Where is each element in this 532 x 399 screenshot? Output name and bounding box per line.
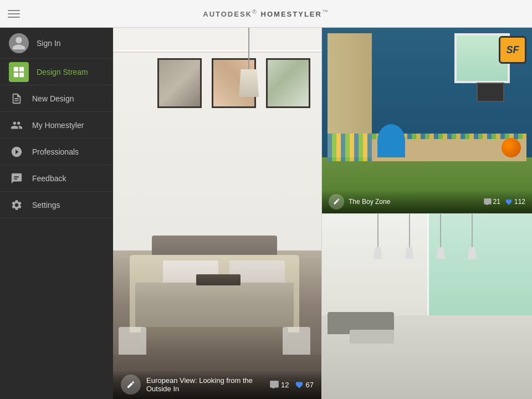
hamburger-menu[interactable] xyxy=(8,10,20,18)
title-superscript: ® xyxy=(252,8,258,15)
boyzone-scene: SF xyxy=(322,28,532,213)
living-pendant-1 xyxy=(377,214,378,247)
sidebar-item-my-homestyler[interactable]: My Homestyler xyxy=(0,112,113,139)
svg-rect-2 xyxy=(14,72,18,76)
pendant-shade xyxy=(239,69,259,97)
bz-monitor xyxy=(477,83,504,102)
right-top-like-count: 112 xyxy=(514,198,525,206)
sf-logo: SF xyxy=(499,36,526,64)
wall-molding xyxy=(113,50,321,52)
right-top-comment-count: 21 xyxy=(493,198,500,206)
heart-icon-sm xyxy=(505,198,513,205)
living-pendant-shade-3 xyxy=(436,247,445,259)
new-design-icon-wrap xyxy=(9,91,24,106)
feedback-icon-wrap xyxy=(9,171,24,186)
comment-icon-sm xyxy=(484,198,492,205)
app-title: AUTODESK® HOMESTYLER™ xyxy=(203,8,329,18)
living-pendant-4 xyxy=(472,214,473,247)
settings-icon-wrap xyxy=(9,197,24,213)
svg-rect-3 xyxy=(19,72,24,76)
design-stream-icon-bg xyxy=(9,62,29,82)
new-design-icon xyxy=(11,93,23,105)
left-like-count: 67 xyxy=(306,381,314,389)
sidebar-item-feedback[interactable]: Feedback xyxy=(0,165,113,192)
right-top-overlay: The Boy Zone 21 112 xyxy=(322,190,532,213)
my-homestyler-icon-wrap xyxy=(9,117,24,133)
pendant-cord xyxy=(248,28,249,72)
bed-tray xyxy=(196,274,241,285)
left-like-stat: 67 xyxy=(295,381,314,389)
professionals-icon xyxy=(11,146,23,158)
my-homestyler-icon xyxy=(11,119,23,131)
left-comment-stat: 12 xyxy=(270,381,289,389)
art-frame-3 xyxy=(266,58,310,108)
right-top-edit-button[interactable] xyxy=(329,194,344,209)
main-content: European View: Looking from the Outside … xyxy=(113,28,532,399)
left-panel-title: European View: Looking from the Outside … xyxy=(146,376,264,393)
bz-basketball xyxy=(502,138,521,157)
living-table xyxy=(350,330,394,344)
living-pendant-shade-1 xyxy=(374,247,382,259)
sidebar-item-professionals[interactable]: Professionals xyxy=(0,139,113,165)
edit-icon xyxy=(126,380,135,389)
title-tm: ™ xyxy=(322,8,329,15)
art-frames xyxy=(157,58,310,108)
sidebar-item-settings[interactable]: Settings xyxy=(0,192,113,218)
living-pendant-shade-4 xyxy=(468,247,477,259)
left-comment-count: 12 xyxy=(281,381,289,389)
sidebar: Sign In Design Stream New Design My Home… xyxy=(0,28,113,399)
comment-icon xyxy=(270,381,279,388)
settings-label: Settings xyxy=(32,201,60,209)
left-panel-stats: 12 67 xyxy=(270,381,314,389)
sidebar-item-new-design[interactable]: New Design xyxy=(0,85,113,112)
professionals-label: Professionals xyxy=(32,147,79,156)
right-panels: SF The Boy Zone xyxy=(321,28,532,399)
living-scene xyxy=(322,214,532,400)
svg-rect-0 xyxy=(14,66,18,71)
sign-in-label: Sign In xyxy=(37,39,61,48)
feedback-label: Feedback xyxy=(32,174,66,183)
design-stream-label: Design Stream xyxy=(37,68,88,76)
right-top-stats: 21 112 xyxy=(484,198,525,206)
living-pendant-3 xyxy=(440,214,441,247)
left-edit-button[interactable] xyxy=(121,375,141,395)
left-panel[interactable]: European View: Looking from the Outside … xyxy=(113,28,321,399)
right-top-like-stat: 112 xyxy=(505,198,525,206)
new-design-label: New Design xyxy=(32,94,74,103)
title-brand: HOMESTYLER xyxy=(261,11,322,19)
settings-icon xyxy=(11,199,23,211)
bedroom-scene xyxy=(113,28,321,399)
professionals-icon-wrap xyxy=(9,144,24,160)
bed-frame xyxy=(141,327,288,355)
heart-icon xyxy=(295,381,304,388)
grid-icon xyxy=(13,66,25,78)
left-panel-overlay: European View: Looking from the Outside … xyxy=(113,370,321,399)
app-header: AUTODESK® HOMESTYLER™ xyxy=(0,0,532,28)
bz-chair xyxy=(377,124,405,157)
living-pendant-shade-2 xyxy=(405,247,414,259)
bed-cover xyxy=(135,283,294,327)
living-pendant-2 xyxy=(409,214,410,247)
title-prefix: AUTODESK xyxy=(203,11,252,19)
edit-icon-sm xyxy=(333,198,340,205)
avatar xyxy=(9,33,29,53)
art-frame-1 xyxy=(157,58,202,108)
right-top-panel[interactable]: SF The Boy Zone xyxy=(322,28,532,214)
svg-rect-1 xyxy=(19,66,24,71)
sidebar-item-sign-in[interactable]: Sign In xyxy=(0,28,113,59)
living-pendants xyxy=(364,214,490,259)
right-bottom-panel[interactable] xyxy=(322,214,532,400)
my-homestyler-label: My Homestyler xyxy=(32,121,84,130)
feedback-icon xyxy=(11,172,23,185)
person-icon xyxy=(11,35,27,51)
right-top-comment-stat: 21 xyxy=(484,198,500,206)
bed-area xyxy=(130,244,299,355)
sidebar-item-design-stream[interactable]: Design Stream xyxy=(0,59,113,85)
right-top-title: The Boy Zone xyxy=(349,198,479,206)
